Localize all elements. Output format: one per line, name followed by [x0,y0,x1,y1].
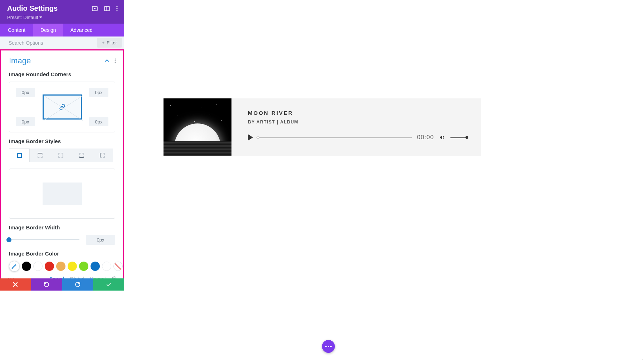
border-color-label: Image Border Color [9,250,115,257]
panel-header: Audio Settings Preset: Default [0,0,124,24]
svg-point-7 [115,59,116,60]
filter-button[interactable]: + Filter [97,38,122,48]
page-settings-fab[interactable] [322,340,335,353]
swatch-yellow[interactable] [68,262,77,271]
kebab-icon[interactable] [116,6,118,11]
tab-content[interactable]: Content [0,24,33,37]
border-style-bottom[interactable] [71,149,92,162]
rounded-corners-control [9,82,115,132]
section-title: Image [9,56,104,65]
border-style-all[interactable] [9,149,30,162]
corner-preview [43,94,82,120]
preset-selector[interactable]: Preset: Default [7,15,118,20]
filter-label: Filter [107,40,117,45]
swatch-white-1[interactable] [33,262,43,271]
plus-icon: + [102,40,105,45]
track-meta: BY ARTIST | ALBUM [248,120,467,125]
svg-rect-2 [104,6,109,11]
rounded-corners-group: Image Rounded Corners [1,69,123,136]
corner-top-right-input[interactable] [89,88,108,97]
audio-cover-image [164,98,231,156]
rounded-corners-label: Image Rounded Corners [9,71,115,77]
border-style-top[interactable] [30,149,50,162]
ellipsis-icon [325,346,332,347]
volume-icon[interactable] [439,134,445,141]
border-styles-group: Image Border Styles [1,136,123,222]
section-kebab-icon[interactable] [114,58,116,63]
swatch-none[interactable] [113,262,123,271]
panel-title: Audio Settings [7,4,92,13]
border-width-input[interactable] [86,235,115,245]
tab-bar: Content Design Advanced [0,24,124,37]
corner-bottom-left-input[interactable] [16,117,35,126]
responsive-icon[interactable] [92,6,98,11]
border-style-right[interactable] [50,149,71,162]
border-style-left[interactable] [92,149,113,162]
progress-bar[interactable] [258,137,412,138]
border-color-group: Image Border Color [1,248,123,273]
play-button[interactable] [248,134,253,141]
player-controls: 00:00 [248,134,467,141]
border-styles-label: Image Border Styles [9,138,115,144]
svg-point-1 [94,8,96,9]
svg-point-4 [116,6,117,7]
border-width-group: Image Border Width [1,222,123,248]
border-preview-box [9,169,115,219]
preview-stage: MOON RIVER BY ARTIST | ALBUM 00:00 [124,0,644,360]
settings-panel: Audio Settings Preset: Default Content D… [0,0,124,291]
svg-point-9 [115,62,116,63]
svg-point-5 [116,8,117,9]
tab-design[interactable]: Design [33,24,63,37]
search-row: + Filter [0,37,124,49]
border-width-label: Image Border Width [9,224,115,230]
swatch-red[interactable] [45,262,54,271]
swatch-black[interactable] [22,262,31,271]
preset-label: Preset: [7,15,22,20]
cancel-button[interactable] [0,278,31,291]
save-button[interactable] [93,278,124,291]
volume-slider[interactable] [450,137,467,138]
panel-layout-icon[interactable] [104,6,110,11]
swatch-green[interactable] [79,262,88,271]
time-display: 00:00 [417,134,434,141]
panel-body-highlight: Image Image Rounded Corners [0,49,124,291]
chevron-up-icon[interactable] [104,58,109,63]
border-width-slider[interactable] [9,236,79,243]
audio-module: MOON RIVER BY ARTIST | ALBUM 00:00 [164,98,481,156]
redo-button[interactable] [62,278,93,291]
caret-down-icon [39,16,42,18]
svg-point-8 [115,60,116,62]
undo-button[interactable] [31,278,62,291]
track-title: MOON RIVER [248,110,467,116]
border-preview-inner [43,183,82,205]
corner-bottom-right-input[interactable] [89,117,108,126]
tab-advanced[interactable]: Advanced [63,24,100,37]
action-bar [0,278,124,291]
preset-value: Default [23,15,38,20]
swatch-blue[interactable] [91,262,100,271]
svg-point-6 [116,10,117,11]
swatch-white-2[interactable] [102,262,111,271]
swatch-orange[interactable] [56,262,65,271]
corner-top-left-input[interactable] [16,88,35,97]
search-input[interactable] [0,37,97,49]
section-header[interactable]: Image [1,50,123,69]
color-picker-button[interactable] [9,261,20,272]
resize-grip-icon [638,354,643,359]
